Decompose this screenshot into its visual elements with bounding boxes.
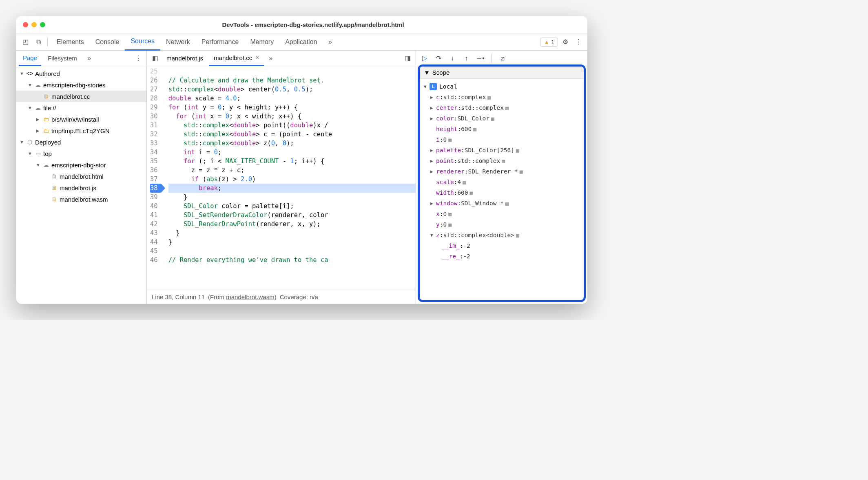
code-body[interactable]: // Calculate and draw the Mandelbrot set… bbox=[164, 66, 416, 290]
memory-icon[interactable]: ▦ bbox=[487, 94, 491, 100]
tree-wasm[interactable]: 🗎mandelbrot.wasm bbox=[16, 193, 146, 205]
tree-folder2[interactable]: ▶🗀tmp/tmp.ELcTq2YGN bbox=[16, 125, 146, 136]
more-nav-icon[interactable]: » bbox=[84, 53, 95, 64]
tree-deployed[interactable]: ▼⬡Deployed bbox=[16, 136, 146, 148]
window-title: DevTools - emscripten-dbg-stories.netlif… bbox=[45, 21, 581, 28]
var-scale[interactable]: scale: 4▦ bbox=[420, 177, 584, 187]
var-palette[interactable]: ▶palette: SDL_Color[256]▦ bbox=[420, 145, 584, 156]
memory-icon[interactable]: ▦ bbox=[502, 158, 505, 164]
memory-icon[interactable]: ▦ bbox=[505, 105, 509, 111]
scope-pane: ▼Scope ▼LLocal ▶c: std::complex▦▶center:… bbox=[418, 64, 586, 302]
var-z-re[interactable]: __re_: -2 bbox=[420, 251, 584, 262]
deactivate-bp-icon[interactable]: ⧄ bbox=[498, 54, 507, 63]
tree-file-cc[interactable]: 🗎mandelbrot.cc bbox=[16, 91, 146, 102]
navigator-tabs: Page Filesystem » ⋮ bbox=[16, 51, 146, 66]
file-tree: ▼<>Authored ▼☁emscripten-dbg-stories 🗎ma… bbox=[16, 66, 146, 304]
step-into-icon[interactable]: ↓ bbox=[448, 54, 457, 63]
toggle-nav-icon[interactable]: ◧ bbox=[149, 53, 161, 64]
tree-site2[interactable]: ▼☁emscripten-dbg-stor bbox=[16, 159, 146, 171]
step-out-icon[interactable]: ↑ bbox=[462, 54, 471, 63]
var-point[interactable]: ▶point: std::complex▦ bbox=[420, 156, 584, 166]
tab-performance[interactable]: Performance bbox=[196, 33, 245, 51]
separator bbox=[47, 38, 48, 47]
scope-body: ▼LLocal ▶c: std::complex▦▶center: std::c… bbox=[420, 79, 584, 264]
more-tabs-icon[interactable]: » bbox=[324, 36, 336, 48]
source-link[interactable]: mandelbrot.wasm bbox=[226, 293, 274, 300]
tab-application[interactable]: Application bbox=[279, 33, 323, 51]
local-badge-icon: L bbox=[430, 83, 437, 90]
var-y[interactable]: y: 0▦ bbox=[420, 219, 584, 230]
gear-icon[interactable]: ⚙ bbox=[560, 36, 571, 48]
tab-memory[interactable]: Memory bbox=[244, 33, 279, 51]
memory-icon[interactable]: ▦ bbox=[448, 137, 452, 143]
file-tab-js[interactable]: mandelbrot.js bbox=[162, 51, 208, 66]
tab-sources[interactable]: Sources bbox=[125, 33, 160, 51]
warnings-badge[interactable]: ▲ 1 bbox=[540, 38, 558, 47]
resume-icon[interactable]: ▷ bbox=[420, 54, 429, 63]
minimize-icon[interactable] bbox=[31, 22, 37, 27]
kebab-icon[interactable]: ⋮ bbox=[573, 36, 584, 48]
tree-js[interactable]: 🗎mandelbrot.js bbox=[16, 182, 146, 193]
tree-top[interactable]: ▼▭top bbox=[16, 148, 146, 159]
step-over-icon[interactable]: ↷ bbox=[434, 54, 443, 63]
warning-icon: ▲ bbox=[544, 39, 549, 45]
tab-network[interactable]: Network bbox=[160, 33, 196, 51]
line-gutter: 2526272829303132333435363738394041424344… bbox=[147, 66, 164, 290]
memory-icon[interactable]: ▦ bbox=[520, 169, 523, 175]
debugger-toolbar: ▷ ↷ ↓ ↑ →• ⧄ bbox=[416, 51, 587, 66]
scope-header[interactable]: ▼Scope bbox=[420, 67, 584, 79]
var-window[interactable]: ▶window: SDL_Window *▦ bbox=[420, 198, 584, 209]
file-tab-cc[interactable]: mandelbrot.cc× bbox=[209, 51, 264, 66]
memory-icon[interactable]: ▦ bbox=[516, 147, 519, 153]
nav-kebab-icon[interactable]: ⋮ bbox=[133, 53, 144, 64]
var-x[interactable]: x: 0▦ bbox=[420, 209, 584, 219]
devtools-window: DevTools - emscripten-dbg-stories.netlif… bbox=[16, 16, 587, 304]
var-c[interactable]: ▶c: std::complex▦ bbox=[420, 92, 584, 102]
tree-site[interactable]: ▼☁emscripten-dbg-stories bbox=[16, 79, 146, 91]
step-icon[interactable]: →• bbox=[476, 54, 485, 63]
var-i[interactable]: i: 0▦ bbox=[420, 134, 584, 145]
tree-authored[interactable]: ▼<>Authored bbox=[16, 68, 146, 79]
main-toolbar: ◰ ⧉ ElementsConsoleSourcesNetworkPerform… bbox=[16, 33, 587, 51]
tab-filesystem[interactable]: Filesystem bbox=[44, 51, 81, 66]
memory-icon[interactable]: ▦ bbox=[491, 116, 494, 122]
tab-console[interactable]: Console bbox=[90, 33, 125, 51]
file-tabs: ◧ mandelbrot.js mandelbrot.cc× » ◨ bbox=[147, 51, 416, 66]
code-editor[interactable]: 2526272829303132333435363738394041424344… bbox=[147, 66, 416, 290]
var-height[interactable]: height: 600▦ bbox=[420, 124, 584, 134]
memory-icon[interactable]: ▦ bbox=[505, 200, 509, 207]
memory-icon[interactable]: ▦ bbox=[473, 126, 476, 132]
status-bar: Line 38, Column 11 (From mandelbrot.wasm… bbox=[147, 290, 416, 304]
inspect-icon[interactable]: ◰ bbox=[20, 36, 31, 48]
memory-icon[interactable]: ▦ bbox=[470, 190, 473, 196]
warning-count: 1 bbox=[551, 39, 554, 45]
toggle-debug-icon[interactable]: ◨ bbox=[402, 53, 413, 64]
var-color[interactable]: ▶color: SDL_Color▦ bbox=[420, 113, 584, 124]
more-files-icon[interactable]: » bbox=[265, 53, 277, 64]
close-tab-icon[interactable]: × bbox=[255, 54, 259, 61]
tab-page[interactable]: Page bbox=[19, 51, 41, 66]
navigator-panel: Page Filesystem » ⋮ ▼<>Authored ▼☁emscri… bbox=[16, 51, 147, 304]
var-z[interactable]: ▼z: std::complex<double>▦ bbox=[420, 230, 584, 240]
device-icon[interactable]: ⧉ bbox=[33, 36, 44, 48]
zoom-icon[interactable] bbox=[40, 22, 45, 27]
var-width[interactable]: width: 600▦ bbox=[420, 187, 584, 198]
var-z-im[interactable]: __im_: -2 bbox=[420, 240, 584, 251]
traffic-lights bbox=[23, 22, 45, 27]
scope-local[interactable]: ▼LLocal bbox=[420, 81, 584, 92]
tree-html[interactable]: 🗎mandelbrot.html bbox=[16, 171, 146, 182]
close-icon[interactable] bbox=[23, 22, 28, 27]
memory-icon[interactable]: ▦ bbox=[463, 179, 466, 185]
memory-icon[interactable]: ▦ bbox=[516, 232, 519, 238]
tree-fileproto[interactable]: ▼☁file:// bbox=[16, 102, 146, 113]
editor-panel: ◧ mandelbrot.js mandelbrot.cc× » ◨ 25262… bbox=[147, 51, 416, 304]
var-center[interactable]: ▶center: std::complex▦ bbox=[420, 102, 584, 113]
tab-elements[interactable]: Elements bbox=[51, 33, 90, 51]
coverage-label: Coverage: n/a bbox=[280, 293, 318, 300]
cursor-pos: Line 38, Column 11 bbox=[152, 293, 205, 300]
memory-icon[interactable]: ▦ bbox=[448, 211, 452, 217]
debugger-panel: ▷ ↷ ↓ ↑ →• ⧄ ▼Scope ▼LLocal ▶c: std::com… bbox=[416, 51, 587, 304]
var-renderer[interactable]: ▶renderer: SDL_Renderer *▦ bbox=[420, 166, 584, 177]
tree-folder1[interactable]: ▶🗀b/s/w/ir/x/w/install bbox=[16, 113, 146, 125]
memory-icon[interactable]: ▦ bbox=[448, 222, 452, 228]
